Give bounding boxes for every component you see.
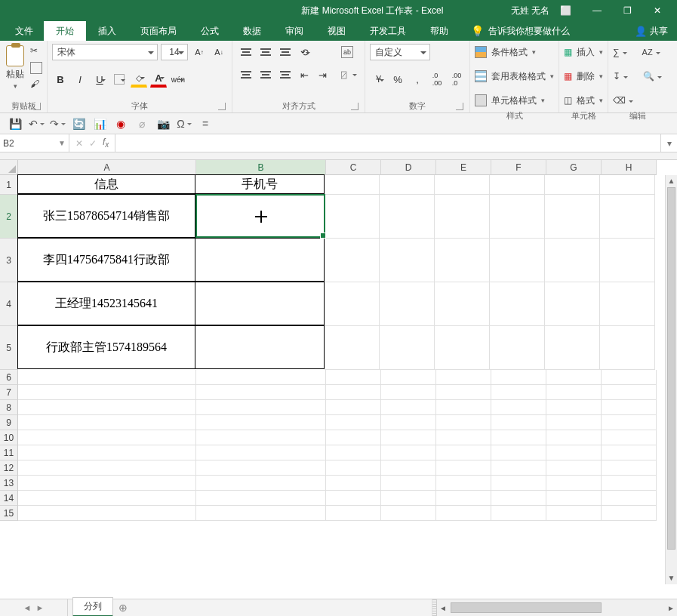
cell-G13[interactable] <box>546 476 602 491</box>
cell-B10[interactable] <box>196 430 326 445</box>
row-header-6[interactable]: 6 <box>0 370 18 385</box>
cell-H10[interactable] <box>602 430 657 445</box>
align-middle-button[interactable] <box>257 44 275 60</box>
cell-E2[interactable] <box>435 195 490 239</box>
cell-C9[interactable] <box>326 415 381 430</box>
cell-D3[interactable] <box>380 239 435 282</box>
column-header-C[interactable]: C <box>326 160 381 175</box>
column-header-E[interactable]: E <box>436 160 491 175</box>
cell-D5[interactable] <box>380 326 435 370</box>
increase-font-button[interactable]: A↑ <box>191 44 208 60</box>
cell-F10[interactable] <box>491 430 546 445</box>
fill-button[interactable]: ↧ <box>613 71 628 82</box>
cell-E4[interactable] <box>435 282 490 326</box>
align-bottom-button[interactable] <box>276 44 294 60</box>
cell-A2[interactable]: 张三15878654714销售部 <box>17 194 195 238</box>
underline-button[interactable]: U <box>91 71 108 88</box>
find-select-button[interactable]: 🔍 <box>643 71 662 82</box>
column-header-F[interactable]: F <box>491 160 546 175</box>
tab-formulas[interactable]: 公式 <box>189 21 231 41</box>
scroll-up-button[interactable]: ▲ <box>666 175 677 187</box>
cell-C5[interactable] <box>325 326 380 370</box>
cell-A8[interactable] <box>18 400 196 415</box>
cell-A5[interactable]: 行政部主管1574189564 <box>17 325 195 369</box>
cell-H12[interactable] <box>602 460 657 476</box>
cell-C14[interactable] <box>326 491 381 506</box>
row-header-7[interactable]: 7 <box>0 385 18 400</box>
row-header-2[interactable]: 2 <box>0 195 18 239</box>
cell-B4[interactable] <box>195 282 325 325</box>
cell-G1[interactable] <box>545 175 600 195</box>
cell-D2[interactable] <box>380 195 435 239</box>
cell-C8[interactable] <box>326 400 381 415</box>
cell-G8[interactable] <box>546 400 602 415</box>
cell-F4[interactable] <box>490 282 545 326</box>
decrease-decimal-button[interactable]: .00.0 <box>448 71 465 88</box>
cell-D15[interactable] <box>381 506 436 521</box>
cell-E14[interactable] <box>436 491 491 506</box>
scroll-right-button[interactable]: ► <box>665 604 677 612</box>
tab-page-layout[interactable]: 页面布局 <box>128 21 189 41</box>
cell-H1[interactable] <box>600 175 655 195</box>
clear-button[interactable]: ⌫ <box>613 95 633 106</box>
qat-save-button[interactable]: 💾 <box>8 116 23 131</box>
cell-G15[interactable] <box>546 506 602 521</box>
scroll-thumb-vertical[interactable] <box>667 187 675 550</box>
ribbon-display-options-button[interactable]: ⬜ <box>560 5 571 16</box>
cell-C6[interactable] <box>326 370 381 385</box>
align-top-button[interactable] <box>237 44 255 60</box>
tab-developer[interactable]: 开发工具 <box>358 21 418 41</box>
tell-me-search[interactable]: 💡 告诉我你想要做什么 <box>460 25 570 38</box>
tab-data[interactable]: 数据 <box>231 21 273 41</box>
comma-format-button[interactable]: , <box>409 71 426 88</box>
qat-redo-button[interactable]: ↷ <box>50 116 65 131</box>
cell-F9[interactable] <box>491 415 546 430</box>
cell-B9[interactable] <box>196 415 326 430</box>
cell-C10[interactable] <box>326 430 381 445</box>
scroll-down-button[interactable]: ▼ <box>666 572 677 584</box>
cell-B15[interactable] <box>196 506 326 521</box>
phonetic-guide-button[interactable]: wén <box>170 71 186 88</box>
cell-A6[interactable] <box>18 370 196 385</box>
cell-H4[interactable] <box>600 282 655 326</box>
user-name[interactable]: 无姓 无名 <box>511 5 549 17</box>
cell-D14[interactable] <box>381 491 436 506</box>
cut-button[interactable]: ✂ <box>30 45 42 57</box>
cell-D10[interactable] <box>381 430 436 445</box>
row-header-1[interactable]: 1 <box>0 175 18 195</box>
cell-E5[interactable] <box>435 326 490 370</box>
row-header-13[interactable]: 13 <box>0 476 18 491</box>
delete-cells-button[interactable]: 删除 ▾ <box>564 68 603 85</box>
sheet-tab-active[interactable]: 分列 <box>72 597 113 616</box>
font-size-combo[interactable]: 14 <box>161 44 188 60</box>
row-header-12[interactable]: 12 <box>0 460 18 476</box>
cell-G7[interactable] <box>546 385 602 400</box>
cell-E9[interactable] <box>436 415 491 430</box>
cell-B12[interactable] <box>196 460 326 476</box>
restore-button[interactable]: ❐ <box>612 0 642 21</box>
cell-G5[interactable] <box>545 326 600 370</box>
new-sheet-button[interactable]: ⊕ <box>112 599 134 616</box>
cell-A4[interactable]: 王经理14523145641 <box>17 282 195 325</box>
decrease-font-button[interactable]: A↓ <box>211 44 227 60</box>
cell-E13[interactable] <box>436 476 491 491</box>
cell-E6[interactable] <box>436 370 491 385</box>
percent-format-button[interactable]: % <box>389 71 406 88</box>
cell-C13[interactable] <box>326 476 381 491</box>
row-header-4[interactable]: 4 <box>0 282 18 326</box>
cell-D11[interactable] <box>381 445 436 460</box>
fill-color-button[interactable]: ◇ <box>131 71 147 88</box>
share-button[interactable]: 👤 共享 <box>626 21 677 41</box>
row-header-8[interactable]: 8 <box>0 400 18 415</box>
cell-H14[interactable] <box>602 491 657 506</box>
cell-F1[interactable] <box>490 175 545 195</box>
row-header-10[interactable]: 10 <box>0 430 18 445</box>
formula-bar-input[interactable] <box>115 134 660 152</box>
increase-indent-button[interactable]: ⇥ <box>314 66 331 83</box>
cell-B6[interactable] <box>196 370 326 385</box>
cell-B13[interactable] <box>196 476 326 491</box>
cell-H15[interactable] <box>602 506 657 521</box>
cell-C15[interactable] <box>326 506 381 521</box>
cell-E11[interactable] <box>436 445 491 460</box>
row-header-5[interactable]: 5 <box>0 326 18 370</box>
